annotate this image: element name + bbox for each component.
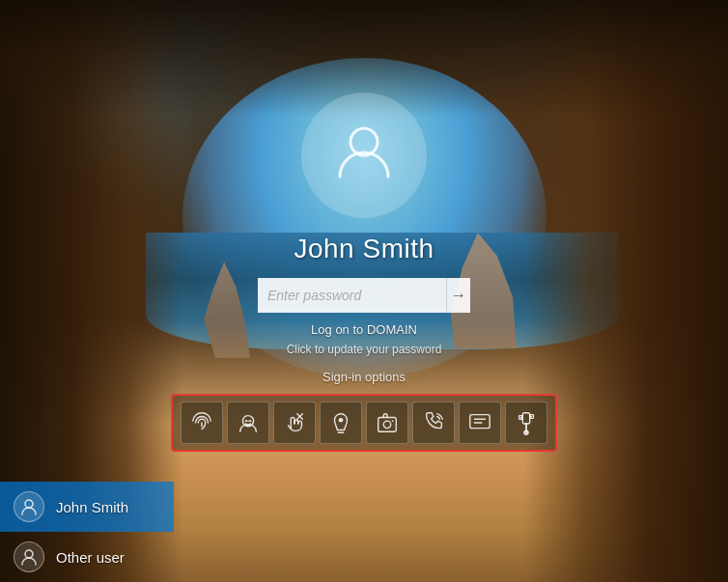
user-avatar-john-smith [14, 491, 44, 522]
login-panel: John Smith → Log on to DOMAIN Click to u… [219, 93, 509, 452]
phone-signin-button[interactable] [412, 402, 455, 444]
avatar-svg [330, 117, 398, 184]
gesture-signin-button[interactable] [273, 402, 316, 444]
message-signin-button[interactable] [459, 402, 501, 444]
fingerprint-signin-button[interactable] [181, 402, 223, 444]
svg-rect-12 [522, 412, 529, 423]
username-display: John Smith [294, 234, 434, 264]
avatar [301, 93, 427, 218]
signin-options-row [171, 394, 557, 452]
face-icon [236, 410, 261, 435]
password-row: → [258, 278, 470, 313]
username-john-smith: John Smith [56, 499, 128, 515]
fingerprint-icon [189, 410, 214, 435]
arrow-icon: → [451, 287, 466, 304]
svg-point-19 [25, 500, 33, 508]
pin-icon [328, 410, 353, 435]
signin-options-label: Sign-in options [322, 370, 406, 384]
svg-rect-6 [378, 417, 397, 431]
picture-password-signin-button[interactable] [366, 402, 408, 444]
picture-password-icon [375, 410, 400, 435]
svg-point-8 [392, 420, 394, 422]
user-list-item-other[interactable]: Other user [0, 532, 174, 582]
update-password-link[interactable]: Click to update your password [287, 343, 442, 356]
svg-point-20 [25, 550, 33, 558]
user-list-item-john-smith[interactable]: John Smith [0, 482, 174, 532]
user-silhouette-icon [330, 117, 398, 194]
phone-icon [421, 410, 446, 435]
face-signin-button[interactable] [227, 402, 269, 444]
usb-signin-button[interactable] [505, 402, 547, 444]
gesture-icon [282, 410, 307, 435]
usb-icon [514, 410, 539, 435]
svg-point-7 [383, 421, 390, 428]
user-avatar-icon-john [19, 497, 39, 516]
svg-rect-9 [470, 414, 490, 428]
username-other: Other user [56, 549, 125, 566]
svg-point-5 [339, 417, 344, 422]
domain-text: Log on to DOMAIN [311, 322, 417, 337]
user-avatar-icon-other [19, 547, 39, 567]
message-icon [467, 410, 492, 435]
password-submit-button[interactable]: → [446, 278, 470, 313]
user-list: John Smith Other user [0, 482, 174, 582]
user-avatar-other [14, 541, 44, 572]
pin-signin-button[interactable] [320, 402, 362, 444]
password-input[interactable] [258, 278, 446, 313]
